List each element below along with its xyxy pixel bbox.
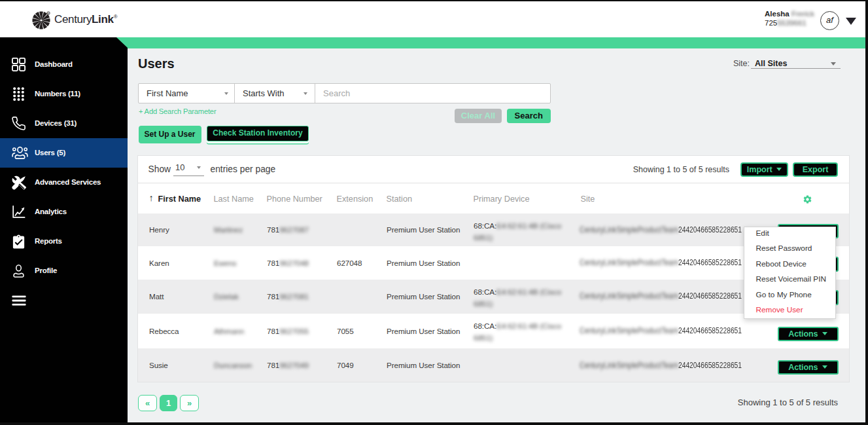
svg-text:R: R xyxy=(47,11,49,14)
